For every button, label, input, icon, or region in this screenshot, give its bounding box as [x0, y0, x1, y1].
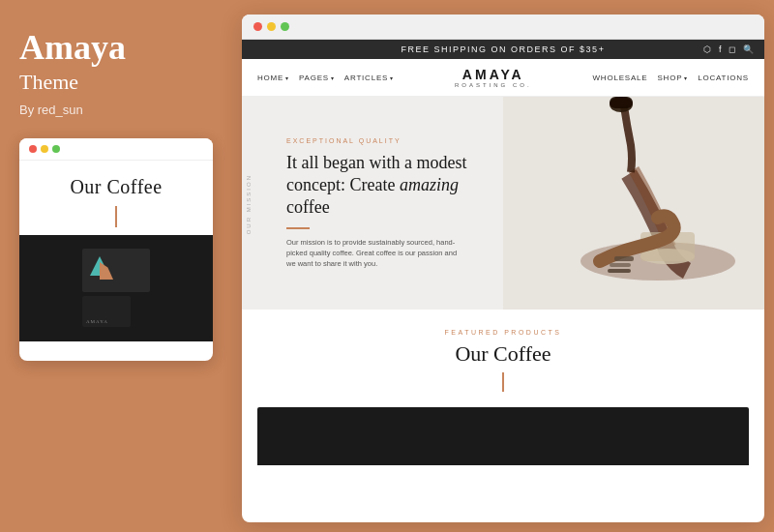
hero-heading-em: amazing [400, 175, 459, 194]
hero-tag: EXCEPTIONAL QUALITY [286, 137, 484, 144]
theme-name: Amaya [19, 29, 213, 68]
nav-bar: HOME ▾ PAGES ▾ ARTICLES ▾ AMAYA ROASTING… [242, 59, 764, 97]
mini-our-coffee-heading: Our Coffee [33, 176, 199, 198]
featured-section: FEATURED PRODUCTS Our Coffee [242, 310, 764, 407]
facebook-icon: f [719, 44, 723, 54]
mini-divider [115, 206, 117, 227]
svg-rect-8 [610, 97, 633, 108]
browser-dot-yellow [267, 22, 276, 31]
hero-body-text: Our mission is to provide sustainably so… [286, 237, 461, 270]
announcement-bar: FREE SHIPPING ON ORDERS OF $35+ ⬡ f ◻ 🔍 [242, 40, 764, 59]
articles-chevron: ▾ [390, 74, 394, 81]
browser-titlebar [242, 15, 764, 40]
nav-locations[interactable]: LOCATIONS [698, 74, 749, 82]
mini-product-boxes: amaya [71, 239, 162, 337]
search-icon[interactable]: 🔍 [743, 44, 756, 54]
hero-illustration [503, 97, 764, 310]
hero-left: OUR MISSION EXCEPTIONAL QUALITY It all b… [242, 97, 503, 310]
mini-content: Our Coffee [19, 161, 213, 227]
mini-titlebar [19, 138, 213, 161]
dark-bottom-image [257, 407, 749, 465]
dot-red [29, 145, 37, 153]
svg-rect-5 [610, 263, 631, 267]
instagram-icon: ⬡ [703, 44, 713, 54]
box-small: amaya [82, 296, 131, 327]
hero-image [503, 97, 764, 310]
theme-author: By red_sun [19, 103, 213, 117]
featured-divider [502, 372, 504, 392]
nav-home[interactable]: HOME ▾ [257, 74, 289, 82]
left-panel: Amaya Theme By red_sun Our Coffee amaya [0, 0, 232, 532]
hero-section: OUR MISSION EXCEPTIONAL QUALITY It all b… [242, 97, 764, 310]
announcement-text: FREE SHIPPING ON ORDERS OF $35+ [402, 44, 606, 54]
nav-wholesale[interactable]: WHOLESALE [592, 74, 647, 82]
dot-yellow [41, 145, 48, 153]
camera-icon: ◻ [729, 44, 737, 54]
svg-rect-4 [614, 256, 634, 261]
nav-shop[interactable]: SHOP ▾ [657, 74, 688, 82]
mini-dark-section: amaya [19, 235, 213, 341]
svg-rect-6 [608, 269, 631, 273]
box-group [82, 249, 150, 292]
hero-underline [286, 227, 310, 229]
nav-articles[interactable]: ARTICLES ▾ [344, 74, 394, 82]
main-browser-preview: FREE SHIPPING ON ORDERS OF $35+ ⬡ f ◻ 🔍 … [242, 15, 764, 522]
logo-sub: ROASTING CO. [455, 82, 532, 88]
box-main [82, 249, 150, 292]
browser-dot-green [281, 22, 289, 31]
dot-green [52, 145, 60, 153]
nav-logo: AMAYA ROASTING CO. [455, 67, 532, 88]
nav-pages[interactable]: PAGES ▾ [299, 74, 335, 82]
home-chevron: ▾ [285, 74, 289, 81]
browser-dot-red [253, 22, 262, 31]
theme-label: Theme [19, 70, 213, 95]
hero-heading-text2: coffee [286, 197, 330, 217]
mini-preview-window: Our Coffee amaya [19, 138, 213, 361]
pages-chevron: ▾ [331, 74, 335, 81]
shop-chevron: ▾ [684, 74, 688, 81]
featured-label: FEATURED PRODUCTS [257, 329, 749, 336]
hero-heading: It all began with a modest concept: Crea… [286, 152, 484, 220]
nav-right: WHOLESALE SHOP ▾ LOCATIONS [592, 74, 749, 82]
nav-left: HOME ▾ PAGES ▾ ARTICLES ▾ [257, 74, 394, 82]
logo-title: AMAYA [455, 67, 532, 82]
hero-right [503, 97, 764, 310]
announcement-icons: ⬡ f ◻ 🔍 [703, 44, 755, 54]
featured-title: Our Coffee [257, 341, 749, 367]
our-mission-label: OUR MISSION [246, 174, 252, 234]
